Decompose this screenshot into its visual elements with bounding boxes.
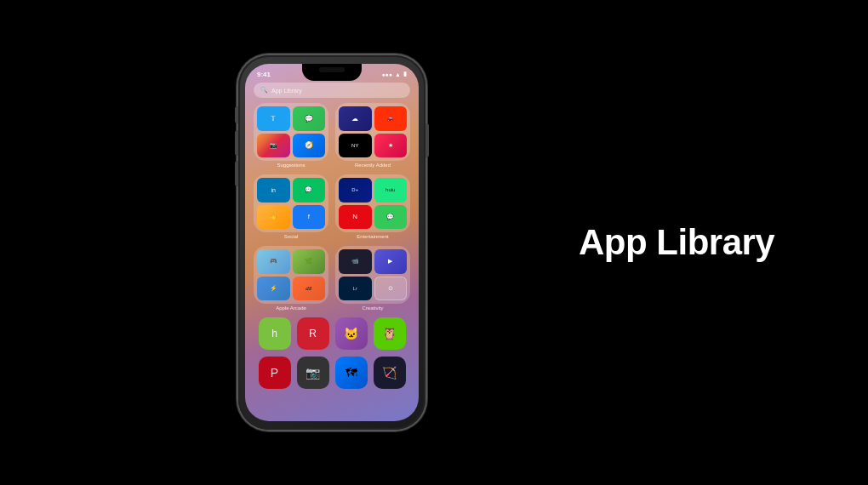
row-5: P 📷 🗺 🏹	[252, 357, 412, 389]
recently-added-folder[interactable]: ☁ 🚗 NY ★ Recently Added	[335, 103, 410, 168]
hulu-icon: hulu	[374, 178, 408, 203]
volume-up-button	[235, 130, 238, 156]
social-folder[interactable]: in 💬 👋 f Social	[254, 174, 328, 239]
houzz-icon[interactable]: h	[259, 317, 291, 350]
search-placeholder: App Library	[271, 88, 302, 94]
misc-icon-2[interactable]: 📷	[297, 357, 329, 389]
lightroom-icon: Lr	[339, 277, 372, 301]
instagram-icon: 📷	[257, 134, 290, 158]
game4-icon: 🏎	[293, 277, 326, 301]
handwave-icon: 👋	[257, 205, 290, 230]
suggestions-folder[interactable]: 𝕋 💬 📷 🧭 Suggestions	[254, 103, 328, 168]
nytimes-icon: NY	[339, 134, 372, 158]
entertainment-label: Entertainment	[357, 234, 388, 239]
social-label: Social	[284, 234, 298, 239]
signal-icon: ●●●	[381, 71, 392, 77]
apple-arcade-label: Apple Arcade	[276, 305, 306, 311]
app-library-title: App Library	[579, 223, 800, 262]
power-button	[425, 123, 429, 157]
apple-arcade-folder-box: 🎮 🌿 ⚡ 🏎	[254, 246, 328, 304]
status-time: 9:41	[257, 71, 271, 78]
row-1: 𝕋 💬 📷 🧭 Suggestions ☁ 🚗 NY	[252, 103, 412, 168]
row-2: in 💬 👋 f Social D+ hulu N	[252, 174, 412, 239]
social-folder-box: in 💬 👋 f	[254, 174, 328, 232]
duolingo-icon[interactable]: 🦉	[374, 317, 406, 350]
doordash-icon: 🚗	[374, 106, 408, 131]
suggestions-folder-box: 𝕋 💬 📷 🧭	[254, 103, 328, 161]
misc-blue-icon[interactable]: 🗺	[335, 357, 368, 389]
iphone-frame: 9:41 ●●● ▲ ▮ 🔍 App Library	[238, 55, 425, 430]
apple-arcade-folder[interactable]: 🎮 🌿 ⚡ 🏎 Apple Arcade	[254, 246, 328, 311]
disneyplus-icon: D+	[339, 178, 372, 203]
row-4: h R 🐱 🦉	[252, 317, 412, 350]
recently-added-label: Recently Added	[355, 163, 391, 168]
game1-icon: 🎮	[257, 249, 290, 274]
action-icon: ▶	[374, 249, 408, 274]
redfin-icon[interactable]: R	[297, 317, 329, 350]
pinterest-icon[interactable]: P	[259, 357, 291, 389]
suggestions-label: Suggestions	[277, 163, 305, 168]
game2-icon: 🌿	[293, 249, 326, 274]
camera-icon: 📹	[339, 249, 372, 274]
msg-green-icon: 💬	[374, 205, 408, 230]
safari-icon: 🧭	[293, 134, 326, 158]
status-icons: ●●● ▲ ▮	[381, 71, 407, 77]
cloudapp-icon: ☁	[339, 106, 372, 131]
wechat-icon: 💬	[293, 178, 326, 203]
creativity-folder[interactable]: 📹 ▶ Lr ⊙ Creativity	[335, 246, 410, 311]
iphone-device: 9:41 ●●● ▲ ▮ 🔍 App Library	[238, 55, 425, 430]
linkedin-icon: in	[257, 178, 290, 203]
game3-icon: ⚡	[257, 277, 290, 301]
netflix-icon: N	[339, 205, 372, 230]
recently-added-folder-box: ☁ 🚗 NY ★	[335, 103, 410, 161]
game5-icon[interactable]: 🐱	[335, 317, 368, 350]
wifi-icon: ▲	[395, 71, 401, 77]
battery-icon: ▮	[403, 71, 407, 77]
entertainment-folder-box: D+ hulu N 💬	[335, 174, 410, 232]
row-3: 🎮 🌿 ⚡ 🏎 Apple Arcade 📹 ▶ Lr	[252, 246, 412, 311]
creativity-label: Creativity	[362, 305, 383, 311]
search-icon: 🔍	[260, 87, 268, 94]
volume-down-button	[235, 161, 238, 186]
misc-icon-1: ★	[374, 134, 408, 158]
main-scene: 9:41 ●●● ▲ ▮ 🔍 App Library	[0, 0, 868, 485]
entertainment-folder[interactable]: D+ hulu N 💬 Entertainment	[335, 174, 410, 239]
app-grid: 𝕋 💬 📷 🧭 Suggestions ☁ 🚗 NY	[252, 103, 412, 414]
messages-icon: 💬	[293, 106, 326, 131]
iphone-screen: 9:41 ●●● ▲ ▮ 🔍 App Library	[245, 64, 419, 421]
twitter-icon: 𝕋	[257, 106, 290, 131]
misc-dark-icon[interactable]: 🏹	[374, 357, 406, 389]
search-bar[interactable]: 🔍 App Library	[254, 83, 410, 98]
mute-button	[235, 106, 238, 123]
circle-icon: ⊙	[374, 277, 408, 301]
notch	[302, 64, 362, 81]
creativity-folder-box: 📹 ▶ Lr ⊙	[335, 246, 410, 304]
facebook-icon: f	[293, 205, 326, 230]
